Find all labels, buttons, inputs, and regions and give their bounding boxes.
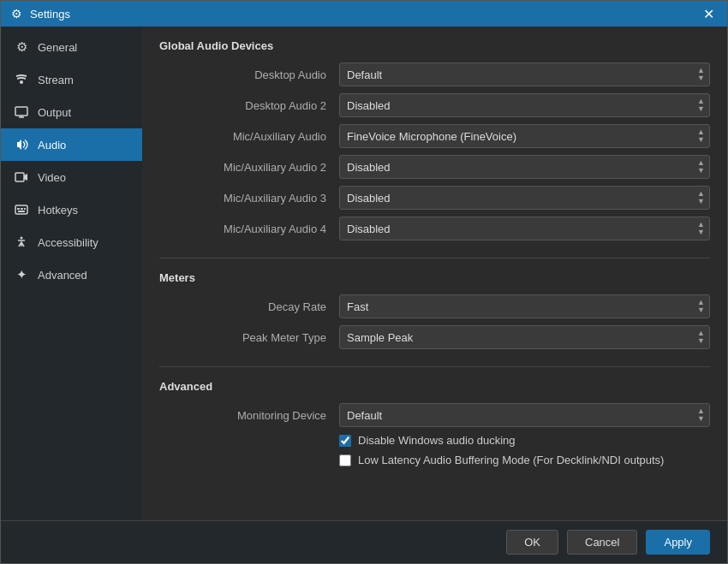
accessibility-icon [14,235,29,250]
global-audio-title: Global Audio Devices [159,39,710,52]
divider-1 [159,258,710,258]
advanced-title: Advanced [159,380,710,393]
mic-audio4-select-wrapper: Disabled Default ▲▼ [339,217,710,240]
desktop-audio-select[interactable]: Default Disabled [339,62,710,86]
advanced-icon: ✦ [14,267,29,282]
peak-meter-select-wrapper: Sample Peak True Peak ▲▼ [339,325,710,349]
sidebar-item-advanced[interactable]: ✦ Advanced [1,258,142,291]
general-icon: ⚙ [14,39,29,55]
output-icon [14,104,29,120]
disable-ducking-row: Disable Windows audio ducking [159,434,710,447]
meters-section: Meters Decay Rate Fast Medium Slow ▲▼ [159,271,710,349]
window-title: Settings [30,8,70,21]
mic-audio-row: Mic/Auxiliary Audio FineVoice Microphone… [159,124,710,148]
svg-rect-7 [21,208,23,210]
mic-audio4-select[interactable]: Disabled Default [339,217,710,240]
low-latency-label[interactable]: Low Latency Audio Buffering Mode (For De… [358,454,664,466]
global-audio-section: Global Audio Devices Desktop Audio Defau… [159,39,710,240]
sidebar-item-stream[interactable]: Stream [1,63,142,96]
desktop-audio2-row: Desktop Audio 2 Disabled Default ▲▼ [159,93,710,117]
svg-point-0 [20,80,23,84]
peak-meter-label: Peak Meter Type [159,331,339,344]
mic-audio4-label: Mic/Auxiliary Audio 4 [159,223,339,235]
desktop-audio-select-wrapper: Default Disabled ▲▼ [339,62,710,86]
peak-meter-select[interactable]: Sample Peak True Peak [339,325,710,349]
mic-audio3-select-wrapper: Disabled Default ▲▼ [339,186,710,210]
sidebar-label-audio: Audio [38,139,66,151]
svg-rect-4 [15,173,24,181]
decay-rate-label: Decay Rate [159,300,339,313]
title-bar-left: ⚙ Settings [9,7,70,21]
title-bar: ⚙ Settings ✕ [1,1,727,27]
sidebar-item-hotkeys[interactable]: Hotkeys [1,193,142,226]
sidebar: ⚙ General Stream [1,27,142,520]
monitoring-device-select[interactable]: Default [339,403,710,427]
svg-rect-9 [18,211,25,212]
footer: OK Cancel Apply [1,520,727,563]
monitoring-device-row: Monitoring Device Default ▲▼ [159,403,710,427]
sidebar-label-general: General [38,41,77,54]
desktop-audio2-select[interactable]: Disabled Default [339,93,710,117]
mic-audio4-row: Mic/Auxiliary Audio 4 Disabled Default ▲… [159,217,710,240]
monitoring-device-label: Monitoring Device [159,409,339,422]
apply-button[interactable]: Apply [646,530,710,555]
sidebar-label-output: Output [38,106,71,119]
svg-rect-6 [17,208,20,210]
mic-audio-label: Mic/Auxiliary Audio [159,130,339,143]
monitoring-device-select-wrapper: Default ▲▼ [339,403,710,427]
sidebar-item-output[interactable]: Output [1,96,142,128]
advanced-section: Advanced Monitoring Device Default ▲▼ [159,380,710,466]
sidebar-item-accessibility[interactable]: Accessibility [1,226,142,258]
divider-2 [159,366,710,367]
mic-audio-select-wrapper: FineVoice Microphone (FineVoice) Disable… [339,124,710,148]
mic-audio3-select[interactable]: Disabled Default [339,186,710,210]
ok-button[interactable]: OK [506,530,558,555]
mic-audio-select[interactable]: FineVoice Microphone (FineVoice) Disable… [339,124,710,148]
cancel-button[interactable]: Cancel [567,530,637,555]
svg-point-10 [21,237,23,240]
desktop-audio-label: Desktop Audio [159,68,339,81]
audio-icon [14,137,29,152]
close-button[interactable]: ✕ [698,3,719,24]
settings-window: ⚙ Settings ✕ ⚙ General Stream [0,0,728,564]
decay-rate-row: Decay Rate Fast Medium Slow ▲▼ [159,294,710,318]
sidebar-label-video: Video [38,171,66,184]
sidebar-item-audio[interactable]: Audio [1,128,142,161]
mic-audio2-label: Mic/Auxiliary Audio 2 [159,161,339,174]
desktop-audio-row: Desktop Audio Default Disabled ▲▼ [159,62,710,86]
mic-audio2-row: Mic/Auxiliary Audio 2 Disabled Default ▲… [159,155,710,179]
desktop-audio2-select-wrapper: Disabled Default ▲▼ [339,93,710,117]
mic-audio3-label: Mic/Auxiliary Audio 3 [159,192,339,205]
peak-meter-row: Peak Meter Type Sample Peak True Peak ▲▼ [159,325,710,349]
svg-rect-1 [15,107,27,116]
disable-ducking-checkbox[interactable] [339,435,351,447]
settings-panel: Global Audio Devices Desktop Audio Defau… [142,27,727,520]
decay-rate-select[interactable]: Fast Medium Slow [339,294,710,318]
mic-audio2-select-wrapper: Disabled Default ▲▼ [339,155,710,179]
low-latency-checkbox[interactable] [339,454,351,466]
hotkeys-icon [14,202,29,217]
sidebar-item-video[interactable]: Video [1,161,142,193]
sidebar-label-hotkeys: Hotkeys [38,204,78,217]
sidebar-label-stream: Stream [38,74,74,86]
mic-audio2-select[interactable]: Disabled Default [339,155,710,179]
sidebar-label-advanced: Advanced [38,269,87,282]
stream-icon [14,72,29,87]
video-icon [14,169,29,185]
meters-title: Meters [159,271,710,284]
disable-ducking-label[interactable]: Disable Windows audio ducking [358,434,516,447]
sidebar-label-accessibility: Accessibility [38,236,98,249]
low-latency-row: Low Latency Audio Buffering Mode (For De… [159,454,710,466]
decay-rate-select-wrapper: Fast Medium Slow ▲▼ [339,294,710,318]
main-content: ⚙ General Stream [1,27,727,520]
sidebar-item-general[interactable]: ⚙ General [1,31,142,63]
desktop-audio2-label: Desktop Audio 2 [159,99,339,112]
settings-title-icon: ⚙ [9,7,23,21]
mic-audio3-row: Mic/Auxiliary Audio 3 Disabled Default ▲… [159,186,710,210]
svg-rect-8 [24,208,26,210]
